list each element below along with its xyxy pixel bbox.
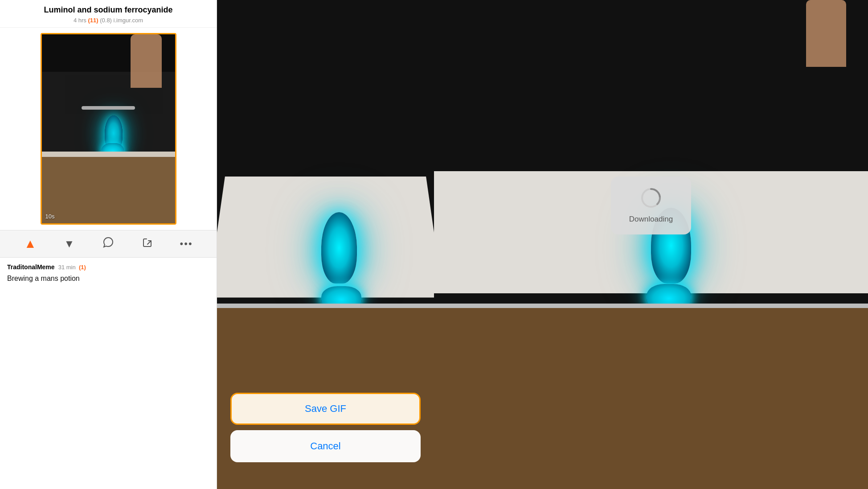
- counter-edge-right: [434, 304, 868, 308]
- cancel-button[interactable]: Cancel: [230, 430, 421, 462]
- cancel-label: Cancel: [310, 440, 340, 452]
- comment-button[interactable]: [98, 234, 118, 254]
- hand-left: [131, 34, 162, 88]
- spinner-svg: [640, 187, 662, 209]
- downvote-icon: ▼: [64, 238, 75, 250]
- lab-scene-left: [42, 34, 175, 223]
- spinner: [640, 187, 662, 209]
- more-button[interactable]: •••: [176, 234, 196, 254]
- post-meta: 4 hrs (11) (0.8) i.imgur.com: [7, 17, 209, 24]
- comment-text: Brewing a mans potion: [7, 274, 209, 284]
- comment-username: TraditonalMeme: [7, 263, 55, 271]
- post-score: (0.8): [100, 17, 112, 24]
- comment-reply-count: (1): [79, 264, 86, 271]
- lab-scene-right: [434, 0, 868, 489]
- downloading-label: Downloading: [629, 215, 673, 224]
- comment-section: TraditonalMeme 31 min (1) Brewing a mans…: [0, 258, 217, 489]
- glow-liquid-mid: [321, 212, 357, 284]
- post-time: 4 hrs: [74, 17, 86, 24]
- counter-top-left: [42, 152, 175, 157]
- cabinet-left: [42, 157, 175, 223]
- counter-edge-mid: [217, 304, 434, 308]
- gif-preview[interactable]: 10s: [41, 33, 176, 225]
- action-bar: ▲ ▼ •••: [0, 230, 217, 258]
- left-panel: Luminol and sodium ferrocyanide 4 hrs (1…: [0, 0, 217, 489]
- downloading-overlay: Downloading: [611, 177, 691, 234]
- right-panel: Downloading: [434, 0, 868, 489]
- middle-panel: Save GIF Cancel: [217, 0, 434, 489]
- more-icon: •••: [180, 238, 193, 250]
- comment-time: 31 min (1): [57, 264, 86, 271]
- share-button[interactable]: [138, 234, 157, 254]
- action-sheet: Save GIF Cancel: [230, 393, 421, 462]
- post-votes: (11): [88, 17, 98, 24]
- share-icon: [142, 237, 153, 251]
- upvote-button[interactable]: ▲: [20, 234, 40, 254]
- duration-label: 10s: [45, 213, 55, 220]
- hand-right: [806, 0, 846, 67]
- post-title: Luminol and sodium ferrocyanide: [7, 5, 209, 15]
- save-gif-label: Save GIF: [305, 403, 346, 415]
- upvote-icon: ▲: [24, 237, 37, 251]
- cabinet-bar: [82, 106, 135, 110]
- post-header: Luminol and sodium ferrocyanide 4 hrs (1…: [0, 0, 217, 28]
- post-source: i.imgur.com: [114, 17, 143, 24]
- comment-icon: [102, 237, 114, 251]
- save-gif-button[interactable]: Save GIF: [230, 393, 421, 425]
- comment-header: TraditonalMeme 31 min (1): [7, 263, 209, 271]
- cabinet-right: [434, 308, 868, 489]
- downvote-button[interactable]: ▼: [59, 234, 79, 254]
